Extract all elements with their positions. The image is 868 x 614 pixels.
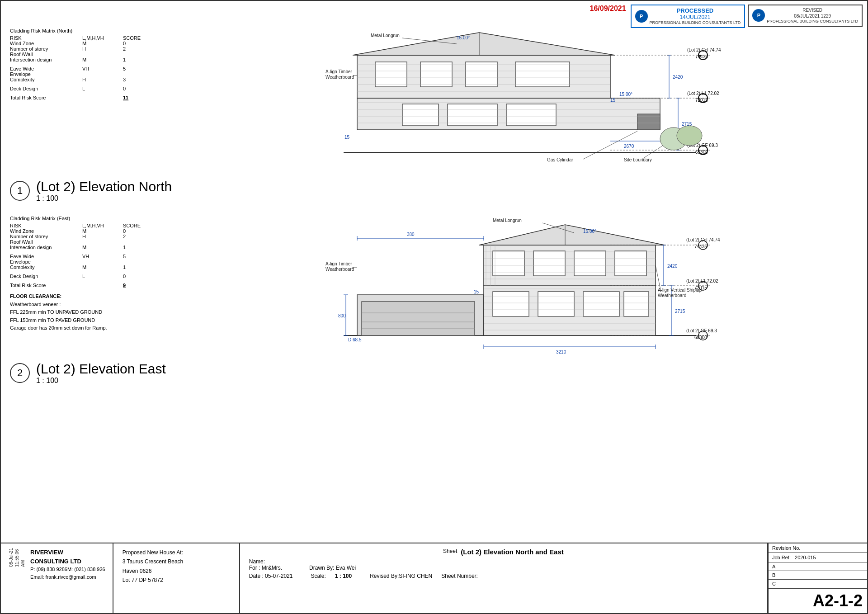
risk-storey-val: H	[82, 46, 123, 52]
svg-rect-12	[506, 104, 556, 126]
svg-rect-78	[624, 292, 649, 316]
risk-total-label: Total Risk Score	[10, 95, 82, 100]
stamp-processed-label: PROCESSED	[650, 7, 741, 14]
risk-intersection-label: Intersection design	[10, 57, 82, 62]
table-row: Wind Zone M 0	[10, 41, 182, 46]
risk-deck-score: 0	[123, 86, 182, 91]
svg-text:69300: 69300	[695, 150, 708, 155]
table-row: Number of storey H 2	[10, 46, 182, 52]
scale-value: 1 : 100	[335, 573, 352, 579]
risk-storey-label: Number of storey	[10, 46, 82, 52]
risk-complexity-val: H	[82, 77, 123, 82]
risk-roof-score	[123, 52, 182, 57]
risk-col2-header-e: L,M,H,VH	[82, 223, 123, 228]
svg-rect-75	[493, 292, 529, 316]
section-divider	[10, 210, 858, 210]
job-ref-label: Job Ref:	[772, 555, 791, 560]
rev-b-row: B	[769, 571, 867, 580]
svg-rect-8	[466, 62, 497, 87]
rev-a-row: A	[769, 562, 867, 571]
footer-revision-area: Revision No. Job Ref: 2020-015 A B C A2-…	[768, 543, 867, 613]
risk-col3-header-e: SCORE	[123, 223, 182, 228]
risk-col1-header: RISK	[10, 35, 82, 41]
rev-c: C	[772, 581, 776, 586]
elevation-north-title-text: (Lot 2) Elevation North 1 : 100	[36, 179, 172, 203]
floor-clearance-line1: Weatherboard veneer :	[10, 301, 182, 309]
svg-text:Gas Cylindar: Gas Cylindar	[547, 157, 573, 162]
elevation-north-svg: 2420 2715 2670 15.00° 15.00° 15	[191, 28, 858, 173]
risk-table-east: RISK L,M,H,VH SCORE Wind ZoneM0 Number o…	[10, 223, 182, 288]
sheet-name-label: Name:	[249, 558, 758, 565]
stamp-revised-label: REVISED	[767, 7, 858, 13]
table-row: Eave Wide VH 5	[10, 66, 182, 71]
table-row	[10, 250, 182, 254]
date-revised: 16/09/2021	[590, 5, 626, 13]
risk-eave-score: 5	[123, 66, 182, 71]
footer-date-stamp: 08-Jul-21 11:55:06 AM	[8, 548, 26, 567]
risk-storey-score: 2	[123, 46, 182, 52]
table-row: Deck Design L 0	[10, 86, 182, 91]
svg-text:Metal Longrun: Metal Longrun	[371, 33, 400, 38]
elevation-east-title-area: 2 (Lot 2) Elevation East 1 : 100	[10, 361, 858, 385]
svg-text:A-lign Timber: A-lign Timber	[326, 69, 353, 74]
risk-envelope-label: Envelope	[10, 71, 82, 77]
svg-text:15: 15	[474, 289, 479, 294]
table-row: Complexity H 3	[10, 77, 182, 82]
table-row: Eave WideVH5	[10, 254, 182, 259]
svg-text:72015: 72015	[694, 285, 707, 290]
svg-text:3210: 3210	[556, 350, 566, 354]
risk-matrix-north: Cladding Risk Matrix (North) RISK L,M,H,…	[10, 28, 182, 175]
risk-matrix-east-title: Cladding Risk Matrix (East)	[10, 216, 182, 221]
svg-text:2715: 2715	[675, 309, 685, 314]
pb-logo-2: P	[752, 9, 765, 22]
svg-rect-76	[538, 292, 574, 316]
risk-table-north: RISK L,M,H,VH SCORE Wind Zone M 0 Number…	[10, 35, 182, 100]
page-container: 16/09/2021 P PROCESSED 14/JUL/2021 PROFE…	[0, 0, 868, 614]
risk-deck-val: L	[82, 86, 123, 91]
elevation-east-scale: 1 : 100	[36, 377, 166, 385]
stamp-date1: 14/JUL/2021	[650, 14, 741, 20]
project-label: Proposed New House At:	[123, 548, 230, 557]
elevation-north-section: Cladding Risk Matrix (North) RISK L,M,H,…	[10, 28, 858, 175]
sheet-number-big: A2-1-2	[813, 591, 863, 610]
svg-rect-9	[515, 62, 570, 87]
footer-sheet: Sheet (Lot 2) Elevation North and East N…	[240, 543, 768, 613]
risk-deck-label: Deck Design	[10, 86, 82, 91]
risk-intersection-val: M	[82, 57, 123, 62]
elevation-north-scale: 1 : 100	[36, 194, 172, 203]
table-row	[10, 62, 182, 66]
svg-text:72015: 72015	[695, 98, 708, 103]
risk-envelope-score	[123, 71, 182, 77]
svg-text:Weatherboard: Weatherboard	[658, 293, 686, 298]
risk-complexity-label: Complexity	[10, 77, 82, 82]
svg-text:15.00°: 15.00°	[583, 229, 596, 234]
svg-text:2420: 2420	[673, 75, 683, 80]
risk-col3-header: SCORE	[123, 35, 182, 41]
rev-b: B	[772, 572, 775, 578]
risk-col1-header-e: RISK	[10, 223, 82, 228]
table-row: Total Risk Score 11	[10, 95, 182, 100]
elevation-east-drawing: 380 3210 2420 2715	[191, 216, 858, 358]
elevation-east-title: (Lot 2) Elevation East	[36, 361, 166, 377]
svg-text:380: 380	[407, 232, 415, 237]
drawn-by: Drawn By: Eva Wei	[309, 565, 356, 571]
risk-wind-zone-score: 0	[123, 41, 182, 46]
date-label: Date : 05-07-2021	[249, 573, 293, 579]
risk-eave-val: VH	[82, 66, 123, 71]
svg-rect-7	[420, 62, 452, 87]
table-row	[10, 279, 182, 283]
risk-roof-label: Roof /Wall	[10, 52, 82, 57]
svg-rect-6	[375, 62, 407, 87]
elevation-east-section: Cladding Risk Matrix (East) RISK L,M,H,V…	[10, 216, 858, 358]
svg-text:(Lot 2) Cel 74.74: (Lot 2) Cel 74.74	[687, 47, 721, 52]
table-row	[10, 91, 182, 95]
risk-eave-label: Eave Wide	[10, 66, 82, 71]
elevation-north-number: 1	[10, 181, 30, 201]
table-row: Roof /Wall	[10, 239, 182, 245]
for-label: For : Mr&Mrs.	[249, 565, 282, 571]
sheet-label: Sheet	[443, 548, 457, 556]
sheet-title: (Lot 2) Elevation North and East	[461, 548, 564, 556]
svg-text:74435: 74435	[694, 244, 707, 249]
table-row	[10, 270, 182, 274]
risk-matrix-east: Cladding Risk Matrix (East) RISK L,M,H,V…	[10, 216, 182, 358]
